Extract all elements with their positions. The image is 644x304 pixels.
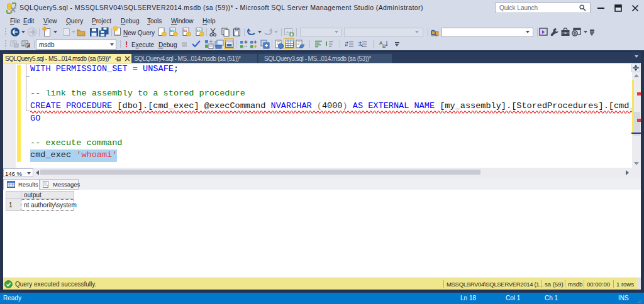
svg-text:M3: M3 <box>170 29 175 33</box>
svg-text:XA: XA <box>197 29 201 33</box>
svg-text:B: B <box>382 43 386 48</box>
svg-text:S9: S9 <box>184 29 187 33</box>
